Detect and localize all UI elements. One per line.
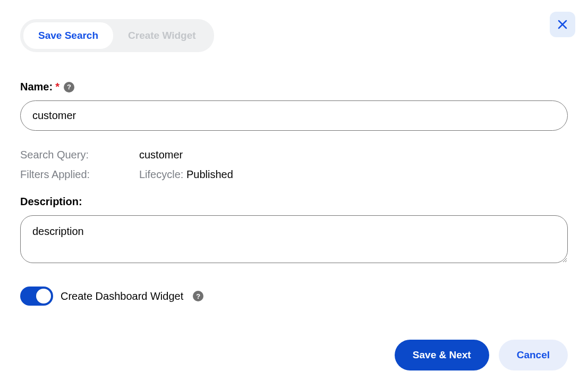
tab-create-widget[interactable]: Create Widget	[113, 22, 211, 49]
name-label: Name:	[20, 81, 53, 93]
tab-group: Save Search Create Widget	[20, 19, 214, 52]
filters-applied-label: Filters Applied:	[20, 169, 139, 181]
name-input[interactable]	[20, 100, 568, 131]
description-label: Description:	[20, 196, 568, 208]
meta-section: Search Query: customer Filters Applied: …	[20, 149, 568, 181]
save-next-button[interactable]: Save & Next	[395, 340, 489, 370]
tab-save-search[interactable]: Save Search	[23, 22, 113, 49]
toggle-knob	[36, 289, 51, 304]
filters-applied-value: Published	[186, 169, 233, 180]
help-icon[interactable]: ?	[64, 82, 74, 92]
filters-applied-prefix: Lifecycle:	[139, 169, 186, 180]
search-query-row: Search Query: customer	[20, 149, 568, 161]
name-label-row: Name: * ?	[20, 81, 568, 93]
search-query-label: Search Query:	[20, 149, 139, 161]
toggle-label: Create Dashboard Widget	[61, 290, 183, 302]
filters-applied-row: Filters Applied: Lifecycle: Published	[20, 169, 568, 181]
search-query-value: customer	[139, 149, 183, 161]
cancel-button[interactable]: Cancel	[499, 340, 568, 370]
description-input[interactable]: description	[20, 215, 568, 263]
filters-applied-value-group: Lifecycle: Published	[139, 169, 233, 181]
help-icon[interactable]: ?	[193, 291, 203, 301]
close-icon	[556, 18, 569, 31]
create-widget-toggle[interactable]	[20, 287, 53, 306]
close-button[interactable]	[550, 12, 575, 37]
required-indicator: *	[55, 81, 59, 93]
toggle-row: Create Dashboard Widget ?	[20, 287, 568, 306]
footer-buttons: Save & Next Cancel	[395, 340, 568, 370]
